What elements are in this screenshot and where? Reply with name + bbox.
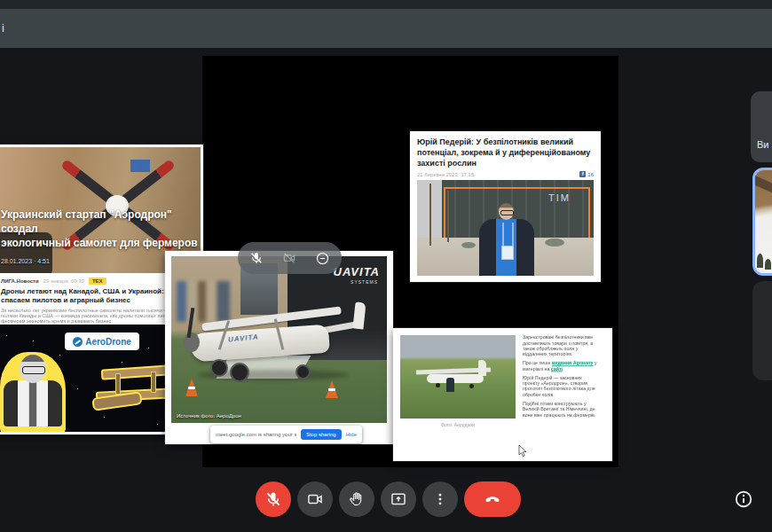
stop-sharing-button[interactable]: Stop sharing [301,429,342,440]
info-icon [734,489,753,509]
end-call-button[interactable] [464,481,521,517]
uavita-banner-subtext: SYSTEMS [351,279,378,285]
source-meta: 29 января, 09:30 [43,278,84,284]
more-options-icon [432,491,448,507]
field-plane-wheel [436,383,440,387]
bush [461,242,476,248]
article-card-uavita: UAVITA SYSTEMS UAVITA Источник фото: Аер… [165,251,393,444]
title-line-1: Украинский стартап "Аэродрон" создал [1,207,201,236]
hide-button[interactable]: Hide [346,432,357,437]
pederiy-date: 21 березня 2023, 17:15 [417,172,474,177]
present-screen-icon [390,490,407,508]
plane-wheel [210,359,228,377]
camera-off-icon[interactable] [282,251,296,265]
aerodrone-logo: AeroDrone [65,332,139,350]
pederiy-meta-row: 21 березня 2023, 17:15 f 16 [417,171,594,177]
participant-tile-active-speaker[interactable] [752,168,772,276]
plane-nose [184,332,200,352]
article-title-overlay: Украинский стартап "Аэродрон" создал эко… [1,207,201,250]
browser-top-strip [0,0,772,9]
source-name: ЛИГА.Новости [1,278,39,284]
site-link[interactable]: сайті [551,366,563,371]
participant-name-label: Ви [757,139,768,150]
share-counter: f 16 [579,171,594,177]
aerodrone-logo-text: AeroDrone [85,337,131,347]
paragraph: Зареєстровані безпілотники вже доставляю… [523,335,597,357]
portrait-torso [4,380,62,426]
camera-icon [306,490,324,508]
facebook-icon: f [579,171,586,177]
field-plane-wheel [469,384,474,388]
self-view-controls-overlay [238,242,342,274]
field-article-text: Зареєстровані безпілотники вже доставляю… [523,335,597,422]
pederiy-headline: Юрій Педерій: У безпілотників великий по… [417,137,594,168]
traffic-cone [185,379,198,396]
field-plane-fuselage [427,374,484,383]
chrome-sharing-bar: meet.google.com is sharing your screen. … [210,426,362,443]
field-plane-photo [400,335,516,419]
share-count: 16 [587,172,594,177]
mic-mute-button[interactable] [256,481,291,517]
biplane-strut [115,373,121,395]
uavita-banner-text: UAVITA [334,265,380,278]
thumbnail-beam [752,174,772,200]
pederiy-photo: ТІМ [417,180,594,276]
plane-wheel [295,364,311,379]
participant-tile-you[interactable]: Ви [751,91,772,162]
badge-card [501,246,514,260]
mouse-cursor [518,445,529,458]
text-run: . [563,366,563,371]
paragraph: Подібні літаки конструюють у Великій Бри… [523,402,597,418]
thumbnail-tree [765,259,771,270]
field-photo-caption: Фото: Аеродрон [409,422,508,426]
camera-thumbnail [755,170,772,273]
toolbar-clipped-text: i [2,21,4,35]
meet-window: i Украинский стартап "Аэродрон" создал э… [0,0,772,532]
portrait-head [20,355,46,383]
raised-hand-icon [348,490,366,508]
source-link[interactable]: видання Agravery [552,361,594,365]
lanyard [502,223,514,246]
raise-hand-button[interactable] [339,481,374,517]
uavita-exhibition-photo: UAVITA SYSTEMS UAVITA Источник фото: Аер… [171,256,387,423]
browser-toolbar: i [0,9,772,48]
article-card-pederiy: Юрій Педерій: У безпілотників великий по… [410,131,601,282]
meeting-details-button[interactable] [733,489,754,510]
thumbnail-tree [757,254,763,268]
present-screen-button[interactable] [381,481,416,517]
founder-portrait-cutout [0,352,66,432]
kneeling-man [446,378,454,392]
article-date: 28.01.2023 · 4:51 [1,258,50,264]
sharing-message: meet.google.com is sharing your screen. [216,432,296,437]
category-badge: ТЕХ [89,278,106,285]
tree [429,184,431,246]
background-screen [130,160,150,172]
man-glasses [500,210,514,215]
star-field [6,335,7,336]
minimize-icon[interactable] [315,251,330,266]
article-card-field: Фото: Аеродрон Зареєстровані безпілотник… [393,328,612,461]
mic-muted-icon [264,490,282,508]
text-run: Про це пише [523,361,552,365]
glasses [22,366,45,374]
aerodrone-logo-icon [73,337,83,347]
more-options-button[interactable] [422,481,458,517]
paragraph-with-links: Про це пише видання Agravery у матеріалі… [523,361,597,372]
photo-caption: Источник фото: АероДрон [177,413,241,419]
title-line-2: экологичный самолет для фермеров [1,236,201,250]
paragraph: Юрій Педерій — засновник проекту «Аеродр… [523,376,597,398]
crowd-blur [177,281,230,322]
mic-muted-icon[interactable] [249,251,264,265]
plane-wheel [230,363,249,382]
bush [545,239,564,246]
camera-button[interactable] [297,481,333,517]
tree [447,191,449,242]
end-call-icon [483,489,502,509]
biplane-strut [151,372,156,393]
traffic-cone [326,380,338,398]
participant-tile[interactable] [752,281,772,380]
